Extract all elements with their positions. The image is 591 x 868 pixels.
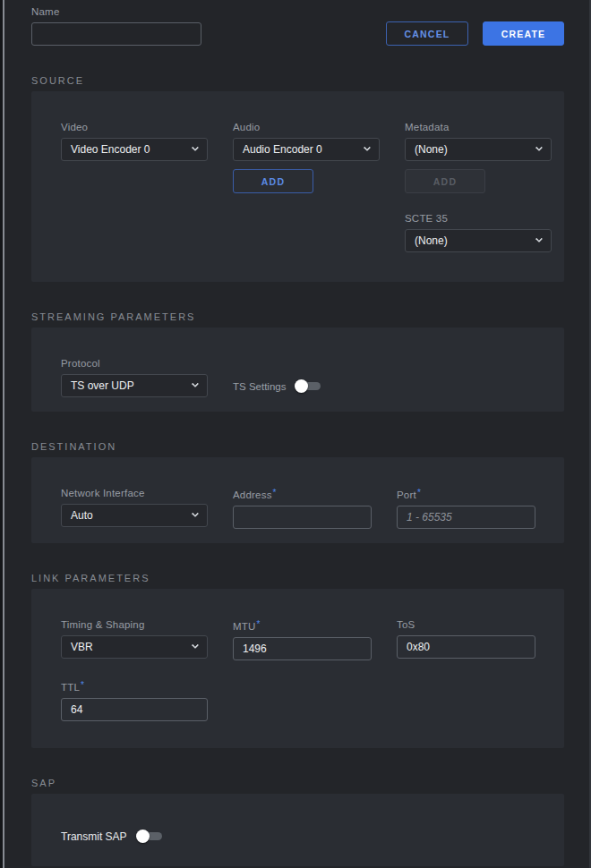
ts-settings-field: TS Settings — [233, 379, 321, 393]
sap-section: SAP Transmit SAP — [31, 778, 564, 866]
timing-shaping-select-value: VBR — [71, 641, 93, 653]
chevron-down-icon — [535, 235, 543, 243]
add-audio-button[interactable]: ADD — [233, 169, 313, 193]
tos-input[interactable] — [397, 635, 535, 659]
create-button[interactable]: CREATE — [483, 21, 564, 46]
port-field: Port* — [397, 488, 535, 529]
mtu-input[interactable] — [233, 637, 372, 660]
cancel-button[interactable]: CANCEL — [386, 21, 468, 46]
mtu-field: MTU* — [233, 619, 372, 660]
panel-left-edge — [0, 0, 4, 868]
chevron-down-icon — [192, 380, 199, 387]
network-interface-select[interactable]: Auto — [61, 504, 208, 527]
timing-shaping-field: Timing & Shaping VBR — [61, 619, 208, 659]
scte35-select-value: (None) — [415, 234, 448, 247]
transmit-sap-field: Transmit SAP — [61, 830, 535, 843]
source-section: SOURCE Video Video Encoder 0 Audio Audio — [31, 75, 564, 282]
streaming-parameters-section: STREAMING PARAMETERS Protocol TS over UD… — [31, 311, 564, 412]
transmit-sap-toggle[interactable] — [136, 830, 162, 843]
ttl-label: TTL* — [61, 680, 208, 693]
timing-shaping-select[interactable]: VBR — [61, 635, 208, 659]
audio-select-value: Audio Encoder 0 — [243, 143, 322, 156]
form-header: Name CANCEL CREATE — [31, 6, 564, 46]
video-field: Video Video Encoder 0 — [61, 122, 208, 161]
streaming-parameters-card: Protocol TS over UDP TS Settings — [31, 328, 564, 412]
create-output-form: Name CANCEL CREATE SOURCE Video Video En… — [0, 0, 591, 866]
required-asterisk: * — [257, 619, 261, 629]
form-actions: CANCEL CREATE — [386, 21, 564, 46]
link-parameters-card: Timing & Shaping VBR MTU* ToS — [31, 589, 564, 748]
tos-label: ToS — [397, 619, 535, 630]
destination-card: Network Interface Auto Address* Port* — [31, 457, 564, 543]
metadata-field: Metadata (None) ADD SCTE 35 (None) — [405, 122, 552, 252]
scte35-select[interactable]: (None) — [405, 229, 552, 252]
protocol-select[interactable]: TS over UDP — [61, 374, 208, 397]
ttl-input[interactable] — [61, 698, 208, 721]
metadata-select-value: (None) — [415, 143, 448, 156]
tos-field: ToS — [397, 619, 535, 659]
source-section-title: SOURCE — [31, 75, 564, 86]
network-interface-label: Network Interface — [61, 488, 208, 498]
protocol-field: Protocol TS over UDP — [61, 358, 208, 397]
video-select-value: Video Encoder 0 — [71, 143, 150, 156]
network-interface-field: Network Interface Auto — [61, 488, 208, 527]
address-input[interactable] — [233, 506, 372, 529]
destination-title: DESTINATION — [31, 441, 564, 452]
timing-shaping-label: Timing & Shaping — [61, 619, 208, 630]
address-field: Address* — [233, 488, 372, 529]
streaming-parameters-title: STREAMING PARAMETERS — [31, 311, 564, 322]
network-interface-select-value: Auto — [71, 509, 93, 522]
scte35-field: SCTE 35 (None) — [405, 213, 552, 252]
address-label: Address* — [233, 488, 372, 500]
toggle-knob — [295, 379, 308, 393]
metadata-select[interactable]: (None) — [405, 138, 552, 161]
required-asterisk: * — [81, 680, 84, 690]
audio-select[interactable]: Audio Encoder 0 — [233, 138, 380, 161]
ts-settings-label: TS Settings — [233, 381, 286, 392]
video-label: Video — [61, 122, 208, 132]
toggle-knob — [136, 830, 150, 843]
audio-field: Audio Audio Encoder 0 ADD — [233, 122, 380, 193]
link-parameters-title: LINK PARAMETERS — [31, 573, 564, 583]
protocol-select-value: TS over UDP — [71, 379, 134, 392]
name-label: Name — [31, 6, 201, 17]
audio-label: Audio — [233, 122, 380, 132]
source-card: Video Video Encoder 0 Audio Audio Encode… — [31, 91, 564, 282]
metadata-label: Metadata — [405, 122, 552, 132]
add-metadata-button-disabled: ADD — [405, 169, 485, 193]
sap-card: Transmit SAP — [31, 794, 564, 866]
port-label: Port* — [397, 488, 535, 500]
link-parameters-section: LINK PARAMETERS Timing & Shaping VBR MTU… — [31, 573, 564, 748]
chevron-down-icon — [364, 144, 371, 151]
required-asterisk: * — [273, 488, 277, 498]
name-input[interactable] — [31, 22, 201, 46]
scte35-label: SCTE 35 — [405, 213, 552, 224]
protocol-label: Protocol — [61, 358, 208, 369]
name-field: Name — [31, 6, 201, 46]
required-asterisk: * — [417, 488, 421, 498]
mtu-label: MTU* — [233, 619, 372, 632]
ts-settings-toggle[interactable] — [295, 379, 321, 393]
sap-title: SAP — [31, 778, 564, 788]
chevron-down-icon — [192, 642, 199, 649]
transmit-sap-label: Transmit SAP — [61, 830, 127, 843]
chevron-down-icon — [535, 144, 543, 151]
video-select[interactable]: Video Encoder 0 — [61, 138, 208, 161]
chevron-down-icon — [192, 510, 199, 517]
port-input[interactable] — [397, 506, 535, 529]
destination-section: DESTINATION Network Interface Auto Addre… — [31, 441, 564, 543]
ttl-field: TTL* — [61, 680, 208, 721]
chevron-down-icon — [192, 144, 199, 151]
